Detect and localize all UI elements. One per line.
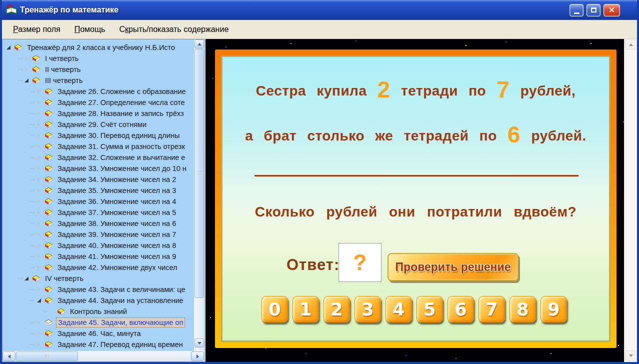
book-icon (44, 253, 53, 260)
expand-toggle-icon[interactable] (36, 132, 42, 138)
collapse-toggle-icon[interactable] (24, 78, 30, 84)
tree-item[interactable]: Задание 41. Умножение чисел на 9 (2, 251, 194, 262)
expand-toggle-icon[interactable] (36, 176, 42, 182)
tree-item[interactable]: Задание 36. Умножение чисел на 4 (2, 196, 194, 207)
tree-item-label: Задание 47. Перевод единиц времен (56, 340, 184, 349)
tree-item[interactable]: Задание 37. Умножение чисел на 5 (2, 207, 194, 218)
tree-item-label: Задание 33. Умножение чисел до 10 н (56, 164, 188, 173)
tree-item[interactable]: Задание 28. Название и запись трёхз (2, 108, 194, 119)
window-title: Тренажёр по математике (20, 6, 570, 14)
scroll-down-button[interactable] (194, 338, 204, 348)
tree-item[interactable]: II четверть (2, 64, 194, 75)
tree-item[interactable]: Задание 34. Умножение чисел на 2 (2, 174, 194, 185)
digit-button-3[interactable]: 3 (354, 296, 381, 322)
tree-item[interactable]: Задание 42. Умножение двух чисел (2, 262, 194, 273)
content-scrollbar[interactable] (624, 39, 637, 362)
expand-toggle-icon[interactable] (36, 110, 42, 116)
tree-item[interactable]: Задание 26. Сложение с образование (2, 86, 194, 97)
tree-item[interactable]: Задание 39. Умножение чисел на 7 (2, 229, 194, 240)
digit-button-1[interactable]: 1 (292, 296, 319, 322)
tree-connector (30, 344, 35, 345)
menu-item-help[interactable]: Помощь (68, 23, 112, 36)
tree-item[interactable]: Задание 27. Определение числа соте (2, 97, 194, 108)
expand-toggle-icon[interactable] (36, 254, 42, 260)
expand-toggle-icon[interactable] (36, 188, 42, 194)
number-highlight: 6 (508, 122, 520, 148)
digit-button-4[interactable]: 4 (386, 296, 412, 322)
expand-toggle-icon[interactable] (36, 122, 42, 128)
title-bar[interactable]: Тренажёр по математике ✕ (0, 0, 639, 20)
check-solution-button[interactable]: Проверить решение (388, 253, 518, 281)
expand-toggle-icon[interactable] (24, 56, 30, 62)
expand-toggle-icon[interactable] (36, 242, 42, 248)
expand-toggle-icon[interactable] (36, 220, 42, 226)
tree-item[interactable]: Задание 44. Задачи на установление (2, 295, 194, 306)
expand-toggle-icon[interactable] (36, 342, 42, 348)
menu-item-toggle-contents[interactable]: Скрыть/показать содержание (113, 23, 234, 36)
tree-item-label: Задание 29. Счёт сотнями (56, 120, 148, 129)
collapse-toggle-icon[interactable] (6, 44, 12, 50)
tree-connector (30, 92, 35, 92)
vertical-scroll-thumb[interactable] (194, 49, 204, 298)
scroll-up-button[interactable] (194, 40, 204, 48)
close-button[interactable]: ✕ (604, 4, 620, 16)
tree-item[interactable]: Задание 30. Перевод единиц длины (2, 130, 194, 141)
expand-toggle-icon[interactable] (36, 100, 42, 106)
tree-item[interactable]: Задание 32. Сложение и вычитание е (2, 152, 194, 163)
expand-toggle-icon[interactable] (36, 88, 42, 94)
horizontal-scroll-thumb[interactable] (16, 352, 78, 361)
maximize-icon (591, 8, 596, 12)
tree-item[interactable]: Задание 29. Счёт сотнями (2, 119, 194, 130)
tree-connector (30, 136, 35, 136)
tree-item[interactable]: I четверть (2, 53, 194, 64)
expand-toggle-icon[interactable] (36, 210, 42, 216)
minimize-button[interactable] (570, 4, 584, 16)
collapse-toggle-icon[interactable] (36, 298, 42, 304)
tree-item[interactable]: Задание 31. Сумма и разность отрезк (2, 141, 194, 152)
digit-button-2[interactable]: 2 (324, 296, 350, 322)
scroll-down-button[interactable] (625, 350, 637, 360)
digit-button-0[interactable]: 0 (262, 296, 288, 322)
tree-item[interactable]: Задание 40. Умножение чисел на 8 (2, 240, 194, 251)
expand-toggle-icon[interactable] (36, 166, 42, 172)
tree-vertical-scrollbar[interactable] (194, 40, 204, 352)
digit-button-5[interactable]: 5 (416, 296, 443, 322)
tree-item[interactable]: Задание 45. Задачи, включающие оп (2, 317, 194, 328)
book-icon (44, 341, 53, 348)
tree-item-label: Задание 30. Перевод единиц длины (56, 131, 181, 140)
expand-toggle-icon[interactable] (36, 154, 42, 160)
expand-toggle-icon[interactable] (36, 232, 42, 238)
expand-toggle-icon[interactable] (36, 198, 42, 204)
scroll-up-button[interactable] (625, 40, 637, 50)
expand-toggle-icon[interactable] (36, 144, 42, 150)
number-highlight: 7 (497, 76, 510, 102)
menu-item-field-size[interactable]: Размер поля (7, 23, 66, 36)
scroll-left-button[interactable] (2, 352, 16, 361)
collapse-toggle-icon[interactable] (24, 276, 30, 282)
tree-horizontal-scrollbar[interactable] (2, 351, 204, 362)
tree-item[interactable]: Задание 43. Задачи с величинами: це (2, 284, 194, 295)
tree-item[interactable]: Задание 35. Умножение чисел на 3 (2, 185, 194, 196)
tree-item[interactable]: Задание 33. Умножение чисел до 10 н (2, 163, 194, 174)
digit-button-7[interactable]: 7 (478, 296, 505, 322)
expand-toggle-icon[interactable] (36, 320, 42, 326)
tree-item[interactable]: Тренажёр для 2 класса к учебнику Н.Б.Ист… (2, 42, 194, 53)
tree-item[interactable]: III четверть (2, 75, 194, 86)
digit-button-6[interactable]: 6 (448, 296, 474, 322)
tree-item[interactable]: Контроль знаний (2, 306, 194, 317)
tree-item[interactable]: Задание 47. Перевод единиц времен (2, 339, 194, 350)
tree-item[interactable]: Задание 38. Умножение чисел на 6 (2, 218, 194, 229)
expand-toggle-icon[interactable] (36, 264, 42, 270)
expand-toggle-icon[interactable] (24, 66, 30, 72)
digit-button-9[interactable]: 9 (540, 296, 567, 322)
tree-item-label: Задание 32. Сложение и вычитание е (56, 153, 186, 162)
expand-toggle-icon[interactable] (36, 330, 42, 336)
tree-item[interactable]: IV четверть (2, 273, 194, 284)
tree-connector (30, 102, 35, 103)
digit-button-8[interactable]: 8 (510, 296, 536, 322)
expand-toggle-icon[interactable] (36, 286, 42, 292)
maximize-button[interactable] (586, 4, 600, 16)
tree-item[interactable]: Задание 46. Час, минута (2, 328, 194, 339)
scroll-right-button[interactable] (191, 352, 204, 361)
tree-item-label: Задание 36. Умножение чисел на 4 (56, 197, 178, 206)
